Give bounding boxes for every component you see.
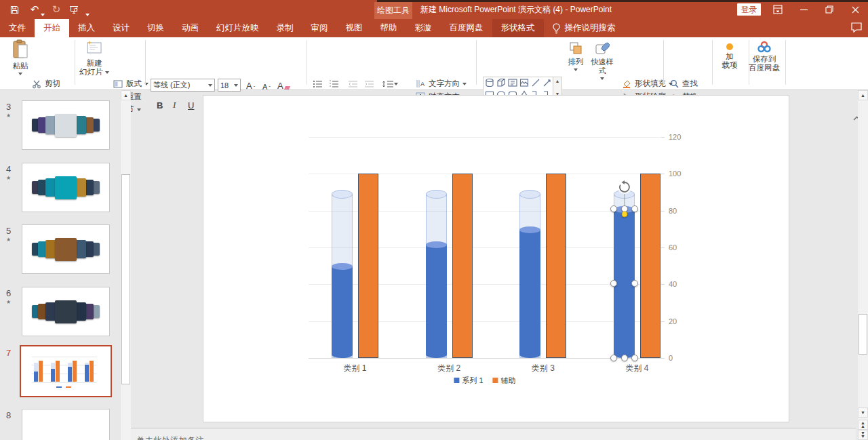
new-slide-button[interactable]: 新建幻灯片 xyxy=(79,39,110,88)
slide-thumbnail-7[interactable] xyxy=(20,345,112,397)
scroll-up-icon[interactable]: ▲ xyxy=(858,90,868,100)
panel-scrollbar-thumb[interactable] xyxy=(121,174,130,384)
y-axis-label: 20 xyxy=(669,317,677,325)
shape-cube-icon[interactable] xyxy=(495,77,507,89)
italic-button[interactable]: I xyxy=(171,97,178,111)
increase-indent-icon[interactable] xyxy=(362,78,376,90)
series1-bar[interactable] xyxy=(332,266,353,358)
selection-handle-bottom-center[interactable] xyxy=(621,355,628,361)
panel-scrollbar[interactable]: ▲ xyxy=(121,90,131,440)
aux-bar[interactable] xyxy=(640,174,660,358)
cut-button[interactable]: 剪切 xyxy=(31,78,60,89)
tab-设计[interactable]: 设计 xyxy=(104,19,138,37)
slide-thumbnail-5[interactable] xyxy=(22,224,110,274)
selection-handle-top-left[interactable] xyxy=(610,205,617,212)
shape-text-box-icon[interactable] xyxy=(507,77,518,89)
shape-line-icon[interactable] xyxy=(530,77,541,89)
tab-切换[interactable]: 切换 xyxy=(138,19,173,37)
text-direction-button[interactable]: A 文字方向 xyxy=(415,78,467,89)
find-button[interactable]: 查找 xyxy=(669,78,698,89)
series1-bar[interactable] xyxy=(519,229,540,358)
minimize-button[interactable] xyxy=(793,0,814,19)
save-icon[interactable] xyxy=(8,3,20,16)
panel-scroll-up-icon[interactable]: ▲ xyxy=(121,90,131,100)
tab-开始[interactable]: 开始 xyxy=(35,19,69,37)
chart[interactable]: 020406080100120类别 1类别 2类别 3类别 4系列 1辅助 xyxy=(309,137,661,358)
redo-icon[interactable]: ↻ xyxy=(50,3,62,16)
shape-picture-frame-icon[interactable] xyxy=(518,77,530,89)
scroll-down-icon[interactable]: ▼ xyxy=(858,407,868,418)
layout-icon xyxy=(113,79,123,89)
quick-styles-button[interactable]: 快速样式 xyxy=(589,41,616,89)
aux-bar[interactable] xyxy=(452,174,473,358)
tab-审阅[interactable]: 审阅 xyxy=(302,19,337,37)
selection-handle-bottom-right[interactable] xyxy=(631,355,638,361)
tab-彩漩[interactable]: 彩漩 xyxy=(406,19,441,37)
slide-thumbnail-4[interactable] xyxy=(22,163,110,212)
arrange-button[interactable]: 排列 xyxy=(564,41,587,89)
ribbon-display-options-icon[interactable] xyxy=(768,0,788,19)
bullets-icon[interactable] xyxy=(311,78,324,90)
close-button[interactable] xyxy=(845,0,865,19)
bold-button[interactable]: B xyxy=(155,97,165,111)
aux-bar[interactable] xyxy=(546,174,566,358)
tab-视图[interactable]: 视图 xyxy=(337,19,372,37)
y-axis-label: 40 xyxy=(669,280,677,288)
tell-me-box[interactable]: 操作说明搜索 xyxy=(544,19,624,37)
undo-icon[interactable]: ↶ xyxy=(28,3,41,16)
tab-百度网盘[interactable]: 百度网盘 xyxy=(441,19,492,37)
notes-pane[interactable]: 单击此处添加备注 xyxy=(131,428,856,440)
y-axis-label: 120 xyxy=(669,133,681,141)
clear-formatting-icon[interactable]: A xyxy=(275,77,292,91)
numbering-icon[interactable] xyxy=(327,78,340,90)
tab-插入[interactable]: 插入 xyxy=(69,19,104,37)
selection-handle-top-right[interactable] xyxy=(631,205,638,212)
shape-fill-button[interactable]: 形状填充 xyxy=(621,78,673,89)
tab-帮助[interactable]: 帮助 xyxy=(372,19,406,37)
rotate-handle[interactable] xyxy=(617,180,632,195)
start-slideshow-icon[interactable] xyxy=(68,3,80,16)
font-family-combo[interactable]: 等线 (正文) xyxy=(151,79,215,92)
previous-slide-icon[interactable]: ▲▲ xyxy=(858,420,868,430)
notes-placeholder: 单击此处添加备注 xyxy=(136,435,204,440)
login-button[interactable]: 登录 xyxy=(737,3,761,16)
slide-thumbnail-6[interactable] xyxy=(22,287,110,336)
gridline xyxy=(309,358,661,359)
decrease-font-icon[interactable]: Aˇ xyxy=(260,77,273,91)
tab-shape-format[interactable]: 形状格式 xyxy=(492,19,544,37)
main-scrollbar[interactable]: ▲ ▼ ▲▲ ▼▼ xyxy=(858,90,868,440)
restore-button[interactable] xyxy=(819,0,840,19)
underline-button[interactable]: U xyxy=(186,97,196,111)
selection-handle-bottom-left[interactable] xyxy=(610,355,617,361)
shape-arrow-line-icon[interactable] xyxy=(541,77,553,89)
decrease-indent-icon[interactable] xyxy=(346,78,359,90)
top-edge xyxy=(377,0,868,2)
selection-handle-middle-right[interactable] xyxy=(631,280,638,287)
tab-file[interactable]: 文件 xyxy=(0,19,35,37)
aux-bar[interactable] xyxy=(358,174,378,358)
main-scrollbar-thumb[interactable] xyxy=(859,314,867,355)
tab-录制[interactable]: 录制 xyxy=(268,19,302,37)
slide-thumbnail-8[interactable] xyxy=(22,409,110,440)
adjust-handle[interactable] xyxy=(621,211,627,217)
tab-幻灯片放映[interactable]: 幻灯片放映 xyxy=(208,19,268,37)
line-spacing-icon[interactable] xyxy=(381,78,399,90)
comments-icon[interactable] xyxy=(850,22,864,35)
x-axis-category-label: 类别 3 xyxy=(532,363,555,374)
slide-canvas[interactable]: 020406080100120类别 1类别 2类别 3类别 4系列 1辅助 xyxy=(203,96,789,422)
chart-legend[interactable]: 系列 1辅助 xyxy=(454,376,515,386)
window-title: 新建 Microsoft PowerPoint 演示文稿 (4) - Power… xyxy=(420,0,612,19)
legend-item: 系列 1 xyxy=(454,376,483,386)
font-size-combo[interactable]: 18 xyxy=(218,79,241,92)
save-to-baidu-netdisk-button[interactable]: 保存到百度网盘 xyxy=(747,41,781,89)
tab-动画[interactable]: 动画 xyxy=(173,19,208,37)
layout-button[interactable]: 版式 xyxy=(113,78,149,89)
slide-thumbnail-3[interactable] xyxy=(22,100,110,150)
shape-cylinder-icon[interactable] xyxy=(484,77,495,89)
series1-bar[interactable] xyxy=(426,244,447,358)
add-ins-button[interactable]: 加载项 xyxy=(715,41,745,89)
increase-font-icon[interactable]: Aˆ xyxy=(244,77,257,91)
x-axis-category-label: 类别 1 xyxy=(343,363,366,374)
next-slide-icon[interactable]: ▼▼ xyxy=(858,430,868,440)
selection-handle-middle-left[interactable] xyxy=(610,280,617,287)
